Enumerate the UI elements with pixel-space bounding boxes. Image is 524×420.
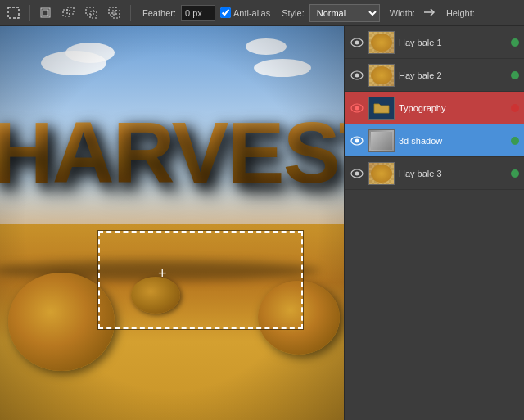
layer-visibility-3d-shadow[interactable] — [350, 133, 364, 148]
layer-name-hay-bale-1: Hay bale 1 — [399, 38, 507, 47]
layer-visibility-hay-bale-1[interactable] — [350, 35, 364, 50]
layer-thumbnail-hay-bale-1 — [368, 31, 395, 54]
svg-rect-9 — [112, 11, 116, 15]
antialias-checkbox-label[interactable]: Anti-alias — [220, 7, 270, 18]
layer-visibility-typography[interactable] — [350, 101, 364, 115]
layer-item-hay-bale-3[interactable]: Hay bale 3 — [345, 157, 524, 190]
svg-point-12 — [355, 40, 359, 44]
toolbar: Feather: Anti-alias Style: Normal Fixed … — [0, 0, 524, 26]
layer-thumbnail-hay-bale-3 — [368, 162, 395, 185]
antialias-checkbox[interactable] — [220, 7, 231, 18]
layer-item-3d-shadow[interactable]: 3d shadow — [345, 124, 524, 157]
layer-color-typography — [511, 104, 519, 112]
layer-thumbnail-hay-bale-2 — [368, 64, 395, 87]
svg-rect-0 — [8, 7, 19, 18]
canvas-background: HARVEST — [0, 26, 344, 420]
height-label: Height: — [446, 8, 475, 18]
layer-item-typography[interactable]: Typography — [345, 92, 524, 124]
layer-thumbnail-typography — [368, 97, 395, 120]
cloud-4 — [246, 38, 287, 55]
harvest-text: HARVEST — [0, 104, 344, 202]
separator-2 — [130, 5, 131, 21]
layer-item-hay-bale-2[interactable]: Hay bale 2 — [345, 59, 524, 92]
svg-rect-3 — [63, 10, 70, 16]
feather-label: Feather: — [142, 8, 176, 18]
marquee-rect-icon[interactable] — [5, 4, 23, 22]
svg-point-16 — [355, 106, 359, 110]
selection-marquee — [98, 231, 303, 329]
layer-name-3d-shadow: 3d shadow — [399, 136, 507, 146]
add-to-selection-icon[interactable] — [60, 4, 78, 22]
layer-name-hay-bale-3: Hay bale 3 — [399, 169, 507, 178]
layer-color-hay-bale-2 — [511, 71, 519, 79]
layer-color-hay-bale-3 — [511, 169, 519, 178]
svg-point-14 — [355, 73, 359, 77]
svg-point-20 — [355, 171, 359, 175]
canvas-area[interactable]: HARVEST — [0, 26, 344, 420]
feather-input[interactable] — [181, 5, 215, 21]
intersect-selection-icon[interactable] — [106, 4, 124, 22]
antialias-label: Anti-alias — [233, 8, 270, 18]
cloud-3 — [254, 59, 311, 77]
separator-1 — [29, 5, 30, 21]
move-icon[interactable] — [37, 4, 55, 22]
cloud-2 — [66, 43, 115, 63]
layer-color-hay-bale-1 — [511, 38, 519, 47]
style-label: Style: — [282, 8, 305, 18]
svg-rect-2 — [43, 10, 48, 16]
style-select[interactable]: Normal Fixed Ratio Fixed Size — [309, 4, 380, 22]
swap-dimensions-icon[interactable] — [420, 4, 438, 22]
subtract-selection-icon[interactable] — [83, 4, 101, 22]
layer-visibility-hay-bale-2[interactable] — [350, 68, 364, 83]
svg-rect-4 — [67, 7, 74, 14]
svg-point-18 — [355, 138, 359, 142]
layer-thumbnail-3d-shadow — [368, 129, 395, 152]
width-label: Width: — [390, 8, 415, 18]
crosshair-cursor — [157, 267, 170, 280]
layers-panel: Hay bale 1 Hay bale 2 — [344, 26, 524, 420]
layer-name-hay-bale-2: Hay bale 2 — [399, 70, 507, 80]
main-area: HARVEST Hay — [0, 26, 524, 420]
layer-visibility-hay-bale-3[interactable] — [350, 166, 364, 181]
layer-item-hay-bale-1[interactable]: Hay bale 1 — [345, 26, 524, 59]
layer-name-typography: Typography — [399, 103, 507, 113]
layer-color-3d-shadow — [511, 137, 519, 145]
